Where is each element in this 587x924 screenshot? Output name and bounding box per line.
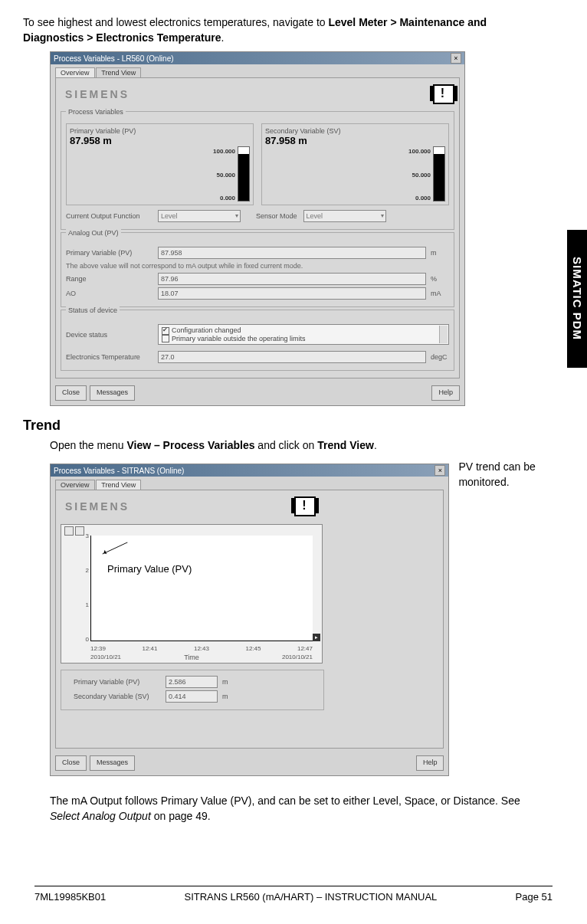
analog-out-group: Analog Out (PV) Primary Variable (PV) 87…	[61, 232, 454, 307]
after-paragraph: The mA Output follows Primary Value (PV)…	[50, 794, 549, 824]
fixed-current-note: The above value will not correspond to m…	[66, 262, 449, 270]
brand-row: SIEMENS !	[61, 83, 454, 109]
tab-trend-view[interactable]: Trend View	[96, 480, 141, 490]
process-variables-dialog: Process Variables - LR560 (Online) × Ove…	[50, 51, 465, 406]
trend-side-note: PV trend can be monitored.	[458, 460, 549, 490]
help-button[interactable]: Help	[416, 755, 444, 771]
tab-overview[interactable]: Overview	[55, 67, 95, 77]
process-variables-group: Process Variables Primary Variable (PV) …	[61, 111, 454, 230]
tab-strip: Overview Trend View	[51, 64, 464, 77]
intro-paragraph: To see highest and lowest electronics te…	[23, 15, 549, 45]
footer-title: SITRANS LR560 (mA/HART) – INSTRUCTION MA…	[184, 891, 437, 903]
titlebar: Process Variables - LR560 (Online) ×	[51, 52, 464, 64]
siemens-logo: SIEMENS	[65, 88, 130, 100]
close-icon[interactable]: ×	[435, 465, 445, 476]
brand-row: SIEMENS !	[61, 495, 438, 521]
device-status-list[interactable]: Configuration changed Primary variable o…	[158, 324, 449, 345]
side-tab: SIMATIC PDM	[567, 230, 587, 368]
page-footer: 7ML19985KB01 SITRANS LR560 (mA/HART) – I…	[34, 886, 553, 903]
range-field[interactable]: 87.96	[158, 273, 426, 285]
trend-chart[interactable]: Primary Variable (PV) [m] 0 1 2 3 Primar…	[61, 524, 323, 664]
messages-button[interactable]: Messages	[90, 385, 135, 401]
chart-scroll-icon[interactable]: ▸	[313, 634, 320, 641]
close-icon[interactable]: ×	[451, 53, 461, 64]
sv-value: 87.958 m	[265, 135, 445, 146]
messages-button[interactable]: Messages	[90, 755, 135, 771]
warning-icon: !	[433, 84, 454, 104]
help-button[interactable]: Help	[431, 385, 460, 401]
sv-panel: Secondary Variable (SV) 87.958 m 100.000…	[261, 123, 449, 205]
dialog-title: Process Variables - LR560 (Online)	[54, 54, 174, 63]
trend-instruction: Open the menu View – Process Variables a…	[50, 438, 549, 454]
titlebar: Process Variables - SITRANS (Online) ×	[51, 464, 448, 477]
trend-pv-field[interactable]: 2.586	[166, 676, 218, 688]
status-group: Status of device Device status Configura…	[61, 310, 454, 371]
trend-sv-field[interactable]: 0.414	[166, 690, 218, 703]
analog-pv-field[interactable]: 87.958	[158, 247, 426, 259]
electronics-temp-field[interactable]: 27.0	[158, 351, 426, 363]
tab-trend-view[interactable]: Trend View	[96, 67, 141, 77]
trend-values-group: Primary Variable (PV) 2.586 m Secondary …	[61, 670, 324, 710]
current-output-function-select[interactable]: Level	[158, 210, 241, 222]
trend-heading: Trend	[23, 418, 549, 434]
pv-panel: Primary Variable (PV) 87.958 m 100.000 5…	[66, 123, 254, 205]
close-button[interactable]: Close	[55, 755, 87, 771]
close-button[interactable]: Close	[55, 385, 87, 401]
siemens-logo: SIEMENS	[65, 500, 294, 513]
sensor-mode-select[interactable]: Level	[303, 210, 386, 222]
footer-doc-id: 7ML19985KB01	[34, 891, 106, 903]
warning-icon: !	[294, 496, 316, 516]
chart-annotation: Primary Value (PV)	[107, 563, 192, 575]
ao-field[interactable]: 18.07	[158, 287, 426, 300]
trend-dialog: Process Variables - SITRANS (Online) × O…	[50, 464, 449, 776]
footer-page: Page 51	[516, 891, 553, 903]
dialog-title: Process Variables - SITRANS (Online)	[54, 467, 184, 475]
tab-overview[interactable]: Overview	[55, 480, 95, 490]
tab-strip: Overview Trend View	[51, 477, 448, 490]
pv-value: 87.958 m	[70, 135, 250, 146]
